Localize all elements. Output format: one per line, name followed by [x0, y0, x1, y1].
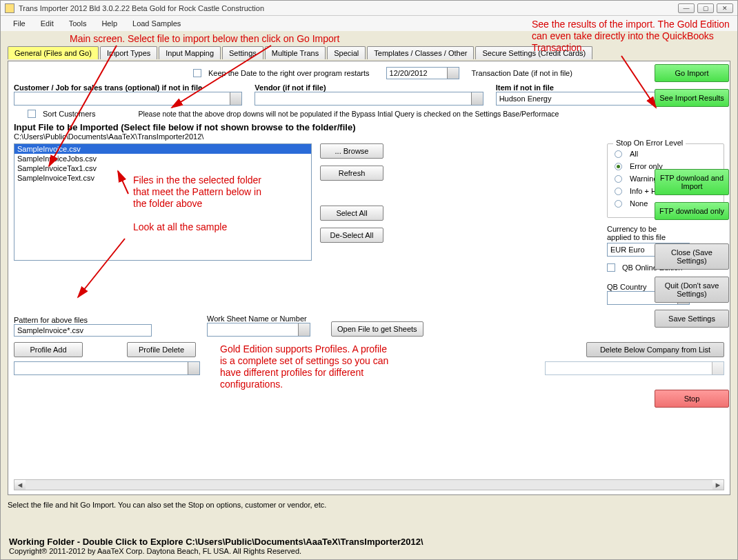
menu-bar: File Edit Tools Help Load Samples — [1, 16, 737, 31]
working-folder[interactable]: Working Folder - Double Click to Explore… — [9, 537, 729, 547]
pattern-label: Pattern for above files — [14, 316, 152, 324]
sort-customers-label: Sort Customers — [43, 110, 95, 118]
worksheet-label: Work Sheet Name or Number — [207, 314, 310, 323]
qb-online-checkbox[interactable] — [607, 263, 615, 272]
deselect-all-button[interactable]: De-Select All — [320, 228, 383, 243]
profile-select-combo[interactable]: ▼ — [14, 361, 200, 375]
files-list[interactable]: SampleInvoice.csv SampleInvoiceJobs.csv … — [14, 143, 312, 261]
currency-value: EUR Euro — [610, 246, 645, 254]
menu-tools[interactable]: Tools — [62, 18, 94, 29]
tab-secure[interactable]: Secure Settings (Credit Cards) — [475, 46, 592, 59]
worksheet-combo[interactable]: ▼ — [207, 323, 310, 337]
tab-multiple-trans[interactable]: Multiple Trans — [265, 46, 326, 59]
tab-bar: General (Files and Go) Import Types Inpu… — [8, 46, 730, 59]
profile-add-button[interactable]: Profile Add — [14, 342, 83, 357]
tab-general[interactable]: General (Files and Go) — [8, 46, 99, 59]
list-item[interactable]: SampleInvoiceText.csv — [14, 173, 311, 183]
window-title: Trans Importer 2012 Bld 3.0.2.22 Beta Go… — [19, 4, 678, 12]
tab-import-types[interactable]: Import Types — [100, 46, 157, 59]
radio-error-only[interactable] — [615, 163, 622, 170]
customer-combo[interactable]: ▼ — [14, 92, 242, 106]
save-settings-button[interactable]: Save Settings — [655, 310, 729, 328]
close-icon[interactable]: ✕ — [717, 3, 733, 13]
list-item[interactable]: SampleInvoiceJobs.csv — [14, 154, 311, 163]
instruction-line: Select the file and hit Go Import. You c… — [8, 501, 730, 509]
select-all-button[interactable]: Select All — [320, 206, 383, 221]
menu-file[interactable]: File — [6, 18, 32, 29]
transaction-date-picker[interactable]: 12/20/2012 ▼ — [386, 67, 459, 79]
list-item[interactable]: SampleInvoice.csv — [14, 144, 311, 154]
scroll-right-icon[interactable]: ► — [712, 480, 724, 490]
side-actions: Go Import See Import Results FTP downloa… — [655, 64, 729, 408]
radio-label-none: None — [630, 199, 648, 208]
vendor-combo[interactable]: ▼ — [255, 92, 483, 106]
ftp-download-import-button[interactable]: FTP download and Import — [655, 169, 729, 195]
minimize-icon[interactable]: — — [678, 3, 695, 13]
tab-panel-general: Keep the Date to the right over program … — [8, 61, 730, 495]
radio-all[interactable] — [615, 150, 622, 158]
radio-warning[interactable] — [615, 175, 622, 183]
horizontal-scrollbar[interactable]: ◄ ► — [14, 479, 724, 490]
title-bar: Trans Importer 2012 Bld 3.0.2.22 Beta Go… — [1, 1, 737, 16]
radio-info[interactable] — [615, 188, 622, 195]
copyright: Copyright® 2011-2012 by AaaTeX Corp. Day… — [9, 547, 729, 555]
browse-button[interactable]: ... Browse — [320, 143, 383, 159]
keep-date-label: Keep the Date to the right over program … — [208, 69, 370, 77]
footer: Working Folder - Double Click to Explore… — [9, 537, 729, 555]
scroll-left-icon[interactable]: ◄ — [14, 480, 26, 490]
menu-load-samples[interactable]: Load Samples — [126, 18, 188, 29]
open-file-sheets-button[interactable]: Open File to get Sheets — [331, 321, 423, 337]
bypass-note: Please note that the above drop downs wi… — [138, 110, 559, 118]
tab-input-mapping[interactable]: Input Mapping — [159, 46, 221, 59]
close-save-button[interactable]: Close (Save Settings) — [655, 243, 729, 270]
app-icon — [5, 3, 14, 13]
profile-delete-button[interactable]: Profile Delete — [127, 342, 196, 357]
sort-customers-checkbox[interactable] — [28, 110, 36, 118]
stop-button[interactable]: Stop — [655, 390, 729, 408]
quit-no-save-button[interactable]: Quit (Don't save Settings) — [655, 277, 729, 303]
tab-templates[interactable]: Templates / Classes / Other — [367, 46, 474, 59]
transaction-date-value: 12/20/2012 — [390, 69, 428, 77]
list-item[interactable]: SampleInvoiceTax1.csv — [14, 163, 311, 173]
menu-edit[interactable]: Edit — [34, 18, 61, 29]
tab-special[interactable]: Special — [327, 46, 366, 59]
see-results-button[interactable]: See Import Results — [655, 89, 729, 107]
maximize-icon[interactable]: ▢ — [697, 3, 714, 13]
client-area: General (Files and Go) Import Types Inpu… — [8, 46, 730, 532]
pattern-input[interactable] — [14, 324, 152, 337]
radio-label-all: All — [630, 150, 638, 158]
keep-date-checkbox[interactable] — [193, 69, 201, 77]
input-file-heading: Input File to be Imported (Select file b… — [14, 122, 724, 132]
transaction-date-label: Transaction Date (if not in file) — [472, 69, 572, 77]
radio-none[interactable] — [615, 200, 622, 208]
menu-help[interactable]: Help — [94, 18, 124, 29]
annotation-main-screen: Main screen. Select file to import below… — [70, 33, 339, 45]
go-import-button[interactable]: Go Import — [655, 64, 729, 82]
ftp-download-only-button[interactable]: FTP download only — [655, 202, 729, 220]
tab-settings[interactable]: Settings — [222, 46, 263, 59]
refresh-button[interactable]: Refresh — [320, 166, 383, 181]
item-value: Hudson Energy — [499, 94, 552, 103]
main-window: Trans Importer 2012 Bld 3.0.2.22 Beta Go… — [0, 0, 738, 560]
customer-label: Customer / Job for sales trans (optional… — [14, 83, 242, 92]
vendor-label: Vendor (if not if file) — [255, 83, 483, 92]
